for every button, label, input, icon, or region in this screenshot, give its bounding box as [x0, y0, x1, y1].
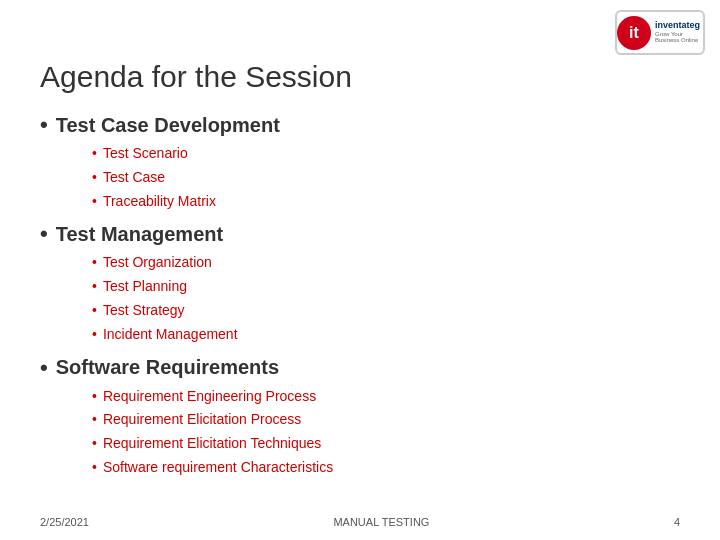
- section-header-1: Test Case Development: [40, 112, 680, 138]
- list-item: Test Case: [92, 166, 680, 190]
- sub-list-3: Requirement Engineering Process Requirem…: [92, 385, 680, 480]
- logo-circle: it: [617, 16, 651, 50]
- sub-list-1: Test Scenario Test Case Traceability Mat…: [92, 142, 680, 213]
- footer: 2/25/2021 MANUAL TESTING 4: [0, 516, 720, 528]
- list-item: Test Organization: [92, 251, 680, 275]
- logo: it inventateg Grow Your Business Online: [615, 10, 705, 55]
- logo-text: inventateg Grow Your Business Online: [655, 21, 703, 44]
- logo-brand: inventateg: [655, 21, 703, 31]
- list-item: Requirement Elicitation Techniques: [92, 432, 680, 456]
- footer-page: 4: [674, 516, 680, 528]
- list-item: Incident Management: [92, 323, 680, 347]
- footer-date: 2/25/2021: [40, 516, 89, 528]
- list-item: Traceability Matrix: [92, 190, 680, 214]
- slide: it inventateg Grow Your Business Online …: [0, 0, 720, 540]
- logo-tagline: Grow Your Business Online: [655, 31, 703, 44]
- list-item: Requirement Engineering Process: [92, 385, 680, 409]
- footer-center: MANUAL TESTING: [333, 516, 429, 528]
- sub-list-2: Test Organization Test Planning Test Str…: [92, 251, 680, 346]
- slide-title: Agenda for the Session: [40, 60, 680, 94]
- list-item: Test Scenario: [92, 142, 680, 166]
- section-header-2: Test Management: [40, 221, 680, 247]
- list-item: Requirement Elicitation Process: [92, 408, 680, 432]
- logo-icon: it: [629, 24, 639, 42]
- list-item: Software requirement Characteristics: [92, 456, 680, 480]
- list-item: Test Planning: [92, 275, 680, 299]
- section-header-3: Software Requirements: [40, 355, 680, 381]
- list-item: Test Strategy: [92, 299, 680, 323]
